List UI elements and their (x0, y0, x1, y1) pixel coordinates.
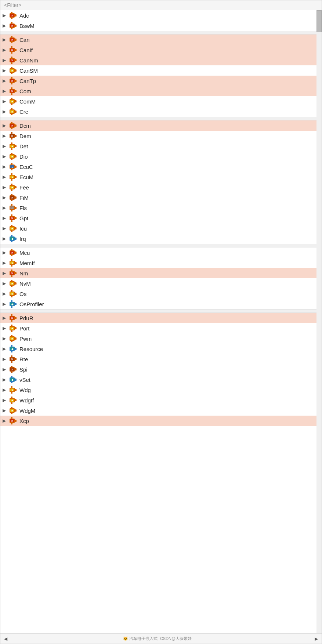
svg-rect-32 (11, 73, 12, 74)
svg-rect-27 (15, 59, 17, 61)
tree-item-dio[interactable]: ▶ ★ Dio (0, 151, 322, 162)
tree-item-mcu[interactable]: ▶ ✕ Mcu (0, 247, 322, 258)
tree-item-vset[interactable]: ▶ ◆ vSet (0, 375, 322, 385)
svg-text:✕: ✕ (11, 217, 13, 220)
tree-item-spi[interactable]: ▶ ✕ Spi (0, 364, 322, 375)
svg-rect-69 (15, 135, 17, 137)
tree-item-ecum[interactable]: ▶ ★ EcuM (0, 172, 322, 182)
chevron-icon: ▶ (3, 271, 8, 276)
tree-item-det[interactable]: ▶ ★ Det (0, 141, 322, 151)
tree-item-dcm[interactable]: ▶ ✕ Dcm (0, 120, 322, 131)
tree-item-wdg[interactable]: ▶ ★ Wdg (0, 385, 322, 395)
tree-item-irq[interactable]: ▶ ◆ Irq (0, 234, 322, 244)
svg-rect-110 (11, 210, 12, 211)
svg-rect-133 (11, 249, 12, 250)
svg-rect-181 (11, 335, 12, 336)
tree-item-pdur[interactable]: ▶ ✕ PduR (0, 313, 322, 323)
svg-rect-219 (15, 399, 17, 401)
chevron-icon: ▶ (3, 133, 8, 138)
svg-rect-8 (11, 28, 12, 29)
svg-rect-92 (11, 179, 12, 181)
svg-rect-121 (11, 225, 12, 226)
tree-item-can[interactable]: ▶ ✕ Can (0, 35, 322, 45)
tree-item-memlf[interactable]: ▶ ★ MemIf (0, 258, 322, 268)
tree-item-com[interactable]: ▶ ✕ Com (0, 86, 322, 96)
tree-item-port[interactable]: ▶ ★ Port (0, 323, 322, 333)
tree-item-xcp[interactable]: ▶ ✕ Xcp (0, 416, 322, 426)
scroll-left-icon[interactable]: ◀ (4, 636, 7, 641)
svg-rect-109 (11, 204, 12, 206)
module-icon-nm: ✕ (9, 269, 17, 277)
svg-rect-128 (11, 241, 12, 242)
module-icon-os: ★ (9, 290, 17, 298)
tree-item-fim[interactable]: ▶ ✕ FiM (0, 192, 322, 203)
tree-item-wdgif[interactable]: ▶ ★ WdgIf (0, 395, 322, 405)
svg-rect-63 (15, 124, 17, 127)
tree-item-cantp[interactable]: ▶ ✕ CanTp (0, 76, 322, 86)
module-label-mcu: Mcu (19, 250, 30, 256)
separator (0, 309, 322, 313)
svg-rect-111 (15, 207, 17, 209)
module-label-wdgif: WdgIf (19, 397, 34, 404)
tree-item-bswm[interactable]: ▶ ✕ BswM (0, 21, 322, 31)
module-icon-cannm: ✕ (9, 56, 17, 64)
tree-container[interactable]: ▶ ✕ Adc▶ ✕ BswM▶ ✕ Can▶ ✕ CanIf▶ ✕ CanNm… (0, 10, 322, 633)
module-icon-gpt: ✕ (9, 214, 17, 222)
tree-item-canif[interactable]: ▶ ✕ CanIf (0, 45, 322, 55)
tree-item-fee[interactable]: ▶ ★ Fee (0, 182, 322, 192)
scrollbar-thumb[interactable] (316, 10, 322, 32)
module-icon-pwm: ★ (9, 334, 17, 343)
tree-item-dem[interactable]: ▶ ✕ Dem (0, 131, 322, 141)
svg-text:✕: ✕ (11, 358, 13, 361)
module-label-wdg: Wdg (19, 387, 31, 393)
main-panel: <Filter> ▶ ✕ Adc▶ ✕ BswM▶ ✕ Can▶ ✕ CanIf… (0, 0, 322, 644)
tree-item-icu[interactable]: ▶ ★ Icu (0, 223, 322, 234)
module-icon-com: ✕ (9, 87, 17, 95)
filter-bar[interactable]: <Filter> (0, 0, 322, 10)
svg-rect-189 (15, 348, 17, 350)
tree-item-gpt[interactable]: ▶ ✕ Gpt (0, 213, 322, 223)
scroll-right-icon[interactable]: ▶ (315, 636, 318, 641)
chevron-icon: ▶ (3, 315, 8, 321)
svg-text:○: ○ (11, 207, 13, 209)
svg-text:★: ★ (11, 176, 14, 178)
svg-text:★: ★ (11, 111, 14, 113)
tree-item-resource[interactable]: ▶ ◆ Resource (0, 344, 322, 354)
module-label-fee: Fee (19, 184, 29, 191)
module-icon-dem: ✕ (9, 132, 17, 140)
tree-item-osprofiler[interactable]: ▶ ◆ OsProfiler (0, 299, 322, 309)
tree-item-nm[interactable]: ▶ ✕ Nm (0, 268, 322, 278)
tree-item-rte[interactable]: ▶ ✕ Rte (0, 354, 322, 364)
svg-rect-194 (11, 361, 12, 363)
svg-rect-25 (11, 57, 12, 58)
tree-item-os[interactable]: ▶ ★ Os (0, 289, 322, 299)
tree-item-fls[interactable]: ▶ ○ Fls (0, 203, 322, 213)
svg-rect-169 (11, 314, 12, 316)
module-label-wdgm: WdgM (19, 408, 35, 414)
module-label-comm: ComM (19, 98, 36, 105)
chevron-icon: ▶ (3, 185, 8, 190)
module-icon-nvm: ★ (9, 279, 17, 287)
svg-text:★: ★ (11, 327, 14, 330)
module-label-irq: Irq (19, 236, 26, 242)
module-icon-wdgif: ★ (9, 396, 17, 404)
tree-item-wdgm[interactable]: ▶ ★ WdgM (0, 405, 322, 416)
svg-rect-230 (11, 423, 12, 424)
tree-item-adc[interactable]: ▶ ✕ Adc (0, 10, 322, 21)
tree-item-cansm[interactable]: ▶ ★ CanSM (0, 65, 322, 76)
tree-item-cannm[interactable]: ▶ ✕ CanNm (0, 55, 322, 65)
module-label-port: Port (19, 325, 30, 332)
tree-item-comm[interactable]: ▶ ★ ComM (0, 96, 322, 106)
tree-item-nvm[interactable]: ▶ ★ NvM (0, 278, 322, 289)
tree-item-ecuc[interactable]: ▶ ● EcuC (0, 162, 322, 172)
scrollbar-track[interactable] (316, 10, 322, 633)
separator (0, 244, 322, 247)
svg-rect-50 (11, 104, 12, 105)
svg-text:✕: ✕ (11, 80, 13, 82)
tree-item-crc[interactable]: ▶ ★ Crc (0, 106, 322, 117)
chevron-icon: ▶ (3, 346, 8, 351)
module-label-nvm: NvM (19, 281, 31, 287)
svg-rect-141 (15, 262, 17, 264)
tree-item-pwm[interactable]: ▶ ★ Pwm (0, 333, 322, 344)
module-icon-mcu: ✕ (9, 249, 17, 257)
